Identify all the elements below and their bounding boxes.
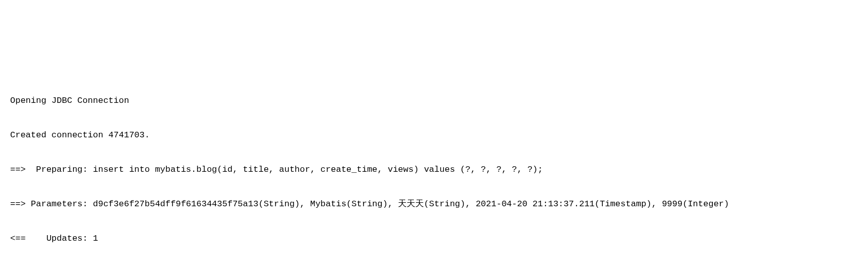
console-output: Opening JDBC Connection Created connecti… [10, 75, 858, 261]
log-line: Created connection 4741703. [10, 127, 858, 144]
log-line: <== Updates: 1 [10, 230, 858, 247]
log-line: ==> Preparing: insert into mybatis.blog(… [10, 161, 858, 178]
log-line: ==> Parameters: d9cf3e6f27b54dff9f616344… [10, 196, 858, 213]
log-line: Opening JDBC Connection [10, 92, 858, 109]
